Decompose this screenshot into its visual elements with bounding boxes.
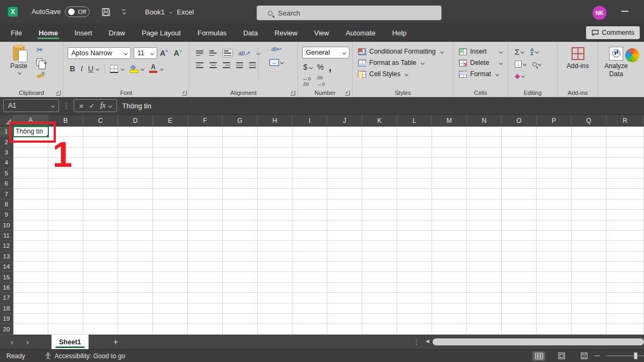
cell-j1[interactable] <box>327 127 362 137</box>
cell-m17[interactable] <box>432 293 467 303</box>
cell-f4[interactable] <box>188 158 223 168</box>
cell-m2[interactable] <box>432 137 467 147</box>
cell-g4[interactable] <box>223 158 258 168</box>
number-dialog-launcher[interactable] <box>345 91 350 95</box>
cell-q17[interactable] <box>572 293 606 303</box>
accessibility-status[interactable]: Accessibility: Good to go <box>45 352 125 360</box>
cell-q13[interactable] <box>572 252 606 262</box>
cell-k17[interactable] <box>362 293 397 303</box>
cell-j14[interactable] <box>327 262 362 272</box>
decrease-font-size-icon[interactable]: A˅ <box>174 49 182 57</box>
cell-b11[interactable] <box>48 231 83 241</box>
cell-d4[interactable] <box>118 158 153 168</box>
cell-a3[interactable] <box>13 147 48 158</box>
cell-e4[interactable] <box>153 158 188 168</box>
cell-a12[interactable] <box>13 241 48 251</box>
cell-i17[interactable] <box>292 293 327 303</box>
cell-g13[interactable] <box>223 252 258 262</box>
column-header-c[interactable]: C <box>83 115 118 127</box>
cell-m4[interactable] <box>432 158 467 168</box>
cell-h7[interactable] <box>258 189 292 199</box>
cell-j3[interactable] <box>327 147 362 158</box>
cell-n8[interactable] <box>467 200 502 210</box>
cell-r3[interactable] <box>606 147 644 158</box>
cell-j8[interactable] <box>327 200 362 210</box>
cell-n5[interactable] <box>467 168 502 179</box>
cell-l17[interactable] <box>397 293 432 303</box>
cell-q2[interactable] <box>572 137 606 147</box>
cell-r17[interactable] <box>606 293 644 303</box>
alignment-dialog-launcher[interactable] <box>290 91 295 95</box>
row-header-11[interactable]: 11 <box>0 231 13 241</box>
cell-m20[interactable] <box>432 324 467 334</box>
cell-q18[interactable] <box>572 304 606 314</box>
cell-c11[interactable] <box>83 231 118 241</box>
cell-m7[interactable] <box>432 189 467 199</box>
cell-g15[interactable] <box>223 272 258 282</box>
cell-g9[interactable] <box>223 210 258 220</box>
cell-b5[interactable] <box>48 168 83 179</box>
cell-h6[interactable] <box>258 179 292 189</box>
page-layout-view-button[interactable] <box>555 351 568 361</box>
cell-b18[interactable] <box>48 304 83 314</box>
cell-o3[interactable] <box>502 147 537 158</box>
cell-k8[interactable] <box>362 200 397 210</box>
cell-g6[interactable] <box>223 179 258 189</box>
cell-c16[interactable] <box>83 283 118 293</box>
cell-i5[interactable] <box>292 168 327 179</box>
cell-k2[interactable] <box>362 137 397 147</box>
cell-a11[interactable] <box>13 231 48 241</box>
cell-l14[interactable] <box>397 262 432 272</box>
cell-p5[interactable] <box>537 168 572 179</box>
cell-j5[interactable] <box>327 168 362 179</box>
cell-o9[interactable] <box>502 210 537 220</box>
column-header-r[interactable]: R <box>606 115 644 127</box>
cell-o20[interactable] <box>502 324 537 334</box>
cell-k3[interactable] <box>362 147 397 158</box>
cell-n16[interactable] <box>467 283 502 293</box>
cell-f1[interactable] <box>188 127 223 137</box>
cell-h8[interactable] <box>258 200 292 210</box>
cell-d13[interactable] <box>118 252 153 262</box>
cell-b9[interactable] <box>48 210 83 220</box>
cell-c12[interactable] <box>83 241 118 251</box>
cell-f9[interactable] <box>188 210 223 220</box>
fill-color-dropdown-icon[interactable] <box>141 67 144 70</box>
menu-tab-view[interactable]: View <box>313 26 330 40</box>
cell-c1[interactable] <box>83 127 118 137</box>
cell-j11[interactable] <box>327 231 362 241</box>
insert-cells-button[interactable]: Insert <box>459 48 506 55</box>
cell-g12[interactable] <box>223 241 258 251</box>
clear-button[interactable]: ◆ <box>515 72 524 80</box>
cell-k9[interactable] <box>362 210 397 220</box>
cell-f12[interactable] <box>188 241 223 251</box>
cell-b3[interactable] <box>48 147 83 158</box>
cell-i13[interactable] <box>292 252 327 262</box>
menu-tab-help[interactable]: Help <box>391 26 408 40</box>
column-header-p[interactable]: P <box>537 115 572 127</box>
cell-l10[interactable] <box>397 220 432 231</box>
cell-n6[interactable] <box>467 179 502 189</box>
cell-g1[interactable] <box>223 127 258 137</box>
cell-n15[interactable] <box>467 272 502 282</box>
cell-b10[interactable] <box>48 220 83 231</box>
cell-c6[interactable] <box>83 179 118 189</box>
row-header-3[interactable]: 3 <box>0 147 13 158</box>
comma-format-icon[interactable]: , <box>328 64 332 70</box>
cell-g17[interactable] <box>223 293 258 303</box>
font-dialog-launcher[interactable] <box>182 91 187 95</box>
cell-p19[interactable] <box>537 314 572 324</box>
cell-h1[interactable] <box>258 127 292 137</box>
cell-r10[interactable] <box>606 220 644 231</box>
clipboard-dialog-launcher[interactable] <box>56 91 61 95</box>
cell-h20[interactable] <box>258 324 292 334</box>
cell-a1[interactable]: Thông tin <box>13 127 48 137</box>
cell-f20[interactable] <box>188 324 223 334</box>
cell-o15[interactable] <box>502 272 537 282</box>
cell-d3[interactable] <box>118 147 153 158</box>
cell-q12[interactable] <box>572 241 606 251</box>
cell-a16[interactable] <box>13 283 48 293</box>
cell-n3[interactable] <box>467 147 502 158</box>
cell-d16[interactable] <box>118 283 153 293</box>
cell-m19[interactable] <box>432 314 467 324</box>
